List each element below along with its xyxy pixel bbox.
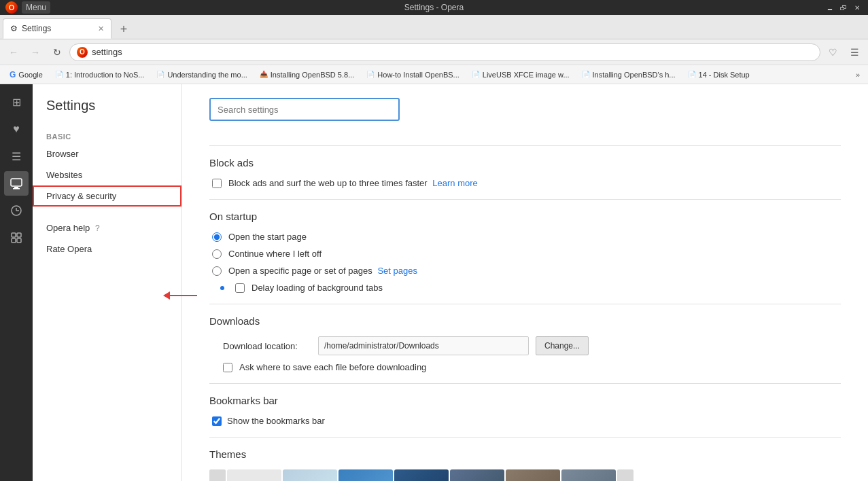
extensions-icon[interactable] [4, 226, 29, 250]
back-btn[interactable]: ← [4, 43, 23, 62]
settings-content: Block ads Block ads and surf the web up … [182, 84, 868, 481]
theme-item-3[interactable] [394, 469, 449, 481]
theme-item-5[interactable] [506, 469, 560, 481]
history-icon[interactable] [4, 198, 29, 223]
bm-favicon-3: 📥 [260, 71, 268, 78]
nav-item-privacy-security[interactable]: Privacy & security [33, 185, 181, 207]
theme-add-btn[interactable]: + [227, 469, 281, 481]
restore-btn[interactable]: 🗗 [838, 2, 849, 13]
bullet-dot [220, 286, 224, 290]
ask-download-checkbox[interactable] [223, 363, 232, 372]
bookmarks-bar: G Google 📄 1: Introduction to NoS... 📄 U… [0, 65, 868, 84]
bm-favicon-2: 📄 [156, 71, 164, 78]
bookmarks-more-btn[interactable]: » [852, 69, 864, 80]
close-btn[interactable]: ✕ [852, 2, 863, 13]
startup-radio-specific[interactable] [212, 266, 222, 276]
startup-label-specific[interactable]: Open a specific page or set of pages Set… [228, 266, 417, 276]
show-bookmarks-row: Show the bookmarks bar [209, 416, 841, 426]
change-location-btn[interactable]: Change... [536, 336, 589, 355]
bm-label: Google [18, 71, 42, 79]
set-pages-link[interactable]: Set pages [377, 266, 417, 276]
theme-item-2[interactable] [338, 469, 393, 481]
favorites-icon[interactable]: ♥ [4, 117, 29, 141]
nav-item-websites[interactable]: Websites [33, 164, 181, 185]
on-startup-title: On startup [209, 211, 841, 222]
startup-radio-start[interactable] [212, 232, 222, 242]
bm-label-2: Understanding the mo... [167, 71, 247, 79]
reading-list-icon[interactable]: ☰ [4, 144, 29, 168]
svg-rect-8 [12, 238, 16, 243]
forward-btn[interactable]: → [26, 43, 45, 62]
puzzle-icon [10, 232, 22, 244]
themes-prev-btn[interactable]: ‹ [209, 469, 226, 481]
bookmark-5[interactable]: 📄 LiveUSB XFCE image w... [466, 69, 575, 80]
favorites-btn[interactable]: ♡ [823, 43, 842, 62]
tab-label: Settings [22, 24, 51, 33]
bookmark-4[interactable]: 📄 How-to Install OpenBS... [361, 69, 464, 80]
theme-item-1[interactable] [283, 469, 337, 481]
bookmark-google[interactable]: G Google [4, 69, 48, 81]
themes-title: Themes [209, 448, 841, 460]
svg-rect-0 [11, 179, 22, 186]
bookmark-7[interactable]: 📄 14 - Disk Setup [682, 69, 755, 80]
address-bar: ← → ↻ O settings ♡ ☰ [0, 39, 868, 65]
menu-btn[interactable]: Menu [22, 1, 50, 14]
divider-4 [209, 383, 841, 384]
themes-next-btn[interactable]: › [617, 469, 633, 481]
downloads-title: Downloads [209, 315, 841, 327]
my-flow-icon[interactable] [4, 171, 29, 196]
learn-more-link[interactable]: Learn more [432, 178, 477, 188]
minimize-btn[interactable]: 🗕 [824, 2, 835, 13]
block-ads-checkbox[interactable] [212, 179, 222, 188]
address-input-wrap[interactable]: O settings [69, 43, 820, 61]
tab-bar: ⚙ Settings ✕ + [0, 15, 868, 39]
bm-favicon-7: 📄 [688, 71, 696, 78]
delay-loading-label[interactable]: Delay loading of background tabs [251, 283, 383, 293]
bm-label-3: Installing OpenBSD 5.8... [271, 71, 355, 79]
bookmark-3[interactable]: 📥 Installing OpenBSD 5.8... [254, 69, 360, 80]
browser-menu-btn[interactable]: ☰ [845, 43, 864, 62]
startup-radio-continue[interactable] [212, 249, 222, 259]
help-icon: ? [95, 224, 100, 233]
nav-item-rate-opera[interactable]: Rate Opera [33, 238, 181, 260]
bookmark-6[interactable]: 📄 Installing OpenBSD's h... [576, 69, 681, 80]
download-location-input[interactable] [318, 336, 529, 355]
title-bar: O Menu Settings - Opera 🗕 🗗 ✕ [0, 0, 868, 15]
divider-2 [209, 199, 841, 200]
opera-address-icon: O [77, 47, 88, 58]
settings-tab[interactable]: ⚙ Settings ✕ [3, 18, 111, 39]
bookmarks-bar-title: Bookmarks bar [209, 395, 841, 406]
sidebar-icons: ⊞ ♥ ☰ [0, 84, 33, 481]
download-location-label: Download location: [223, 341, 311, 351]
startup-option-3: Open a specific page or set of pages Set… [209, 266, 841, 276]
nav-item-opera-help[interactable]: Opera help ? [33, 217, 181, 238]
new-tab-btn[interactable]: + [114, 20, 133, 39]
bookmark-2[interactable]: 📄 Understanding the mo... [151, 69, 252, 80]
startup-label-continue[interactable]: Continue where I left off [228, 249, 322, 259]
svg-rect-7 [17, 233, 21, 237]
divider-3 [209, 304, 841, 304]
search-settings-input[interactable] [209, 98, 400, 121]
bookmark-1[interactable]: 📄 1: Introduction to NoS... [50, 69, 150, 80]
block-ads-row: Block ads and surf the web up to three t… [209, 178, 841, 188]
delay-loading-row: Delay loading of background tabs [209, 283, 841, 293]
block-ads-title: Block ads [209, 157, 841, 168]
tab-close-btn[interactable]: ✕ [98, 24, 104, 33]
opera-logo: O [5, 1, 18, 14]
bm-favicon-4: 📄 [366, 71, 375, 78]
apps-icon[interactable]: ⊞ [4, 90, 29, 114]
startup-label-start[interactable]: Open the start page [228, 232, 307, 242]
show-bookmarks-label[interactable]: Show the bookmarks bar [227, 416, 325, 426]
block-ads-label[interactable]: Block ads and surf the web up to three t… [228, 178, 478, 188]
svg-rect-1 [14, 187, 18, 188]
nav-item-browser[interactable]: Browser [33, 143, 181, 164]
reload-btn[interactable]: ↻ [48, 43, 67, 62]
monitor-icon [10, 177, 22, 190]
main-layout: ⊞ ♥ ☰ Settings [0, 84, 868, 481]
delay-loading-checkbox[interactable] [235, 283, 245, 293]
bm-label-5: LiveUSB XFCE image w... [483, 71, 570, 79]
show-bookmarks-checkbox[interactable] [212, 416, 222, 426]
theme-item-6[interactable] [561, 469, 616, 481]
ask-download-label[interactable]: Ask where to save each file before downl… [239, 362, 426, 372]
theme-item-4[interactable] [450, 469, 504, 481]
